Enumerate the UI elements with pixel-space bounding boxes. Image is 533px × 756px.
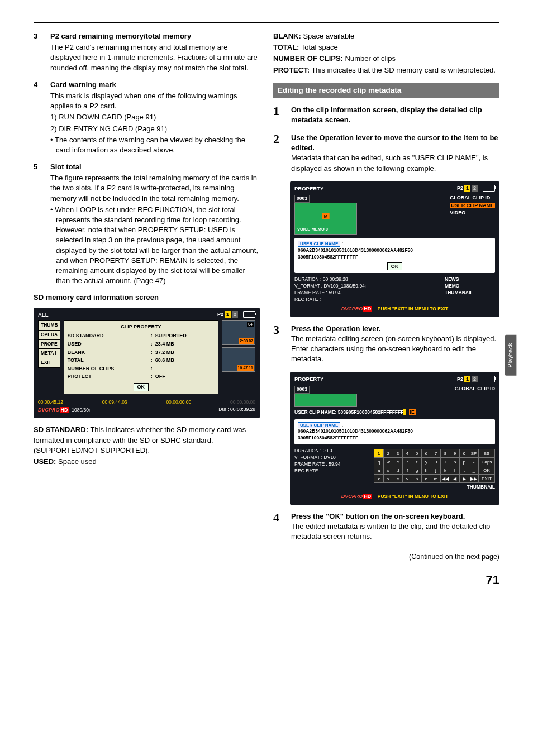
kb-key: _ [469, 466, 479, 475]
kb-key: t [412, 458, 422, 466]
shot3-ucline: USER CLIP NAME: 503905F100804582FFFFFFFF… [294, 409, 495, 416]
shot3-title: PROPERTY [294, 375, 323, 382]
section-editing-metadata: Editing the recorded clip metadata [273, 83, 499, 98]
def-used-val: Space used [58, 457, 97, 466]
shot2-kv-left: DURATION : 00:00:39.28 V_FORMAT : DV100_… [294, 276, 445, 303]
def-used-key: USED: [34, 457, 56, 466]
item-4-sub1: 1) RUN DOWN CARD (Page 91) [50, 112, 260, 122]
continued-note: (Continued on the next page) [273, 552, 499, 562]
shot2-p2-badge: P2 12 [457, 185, 495, 192]
item-4-title: Card warning mark [50, 80, 116, 89]
kb-key: k [441, 466, 450, 475]
kb-key: ◀◀ [441, 475, 450, 483]
item-4-body: This mark is displayed when one of the f… [50, 91, 260, 111]
shot3-clipnum: 0003 [294, 386, 310, 394]
kb-key: SP [469, 449, 479, 458]
kb-key: 6 [422, 449, 431, 458]
shot2-clipnum: 0003 [294, 195, 310, 203]
step-2: 2 Use the Operation lever to move the cu… [273, 133, 499, 174]
kb-key: w [384, 458, 393, 466]
shot2-thumbnail: M VOICE MEMO 0 [294, 203, 357, 235]
shot1-all: ALL [38, 311, 48, 318]
kb-key: o [450, 458, 460, 466]
step-4: 4 Press the "OK" button on the on-screen… [273, 511, 499, 542]
tab-meta: META I [38, 348, 60, 358]
kb-key: j [431, 466, 441, 475]
kb-key: r [403, 458, 412, 466]
kb-key: u [431, 458, 441, 466]
kb-key: EXIT [479, 475, 495, 483]
kb-key: n [422, 475, 431, 483]
tab-exit: EXIT [38, 358, 60, 368]
side-tab-playback: Playback [505, 335, 516, 376]
shot1-p2-badge: P2 12 [217, 311, 255, 318]
shot3-userclip-box: USER CLIP NAME : 060A2B340101010501010D4… [294, 419, 495, 445]
metadata-detail-screenshot: PROPERTY P2 12 0003 M VOICE MEMO 0 GLOBA [290, 181, 499, 317]
shot3-foot-msg: PUSH "EXIT" IN MENU TO EXIT [378, 494, 448, 499]
item-3-body: The P2 card's remaining memory and total… [50, 42, 260, 73]
battery-icon [483, 185, 495, 192]
shot3-meta-right: GLOBAL CLIP ID [455, 385, 495, 407]
shot1-left-tabs: THUMB OPERA PROPE META I EXIT [38, 320, 60, 394]
sd-info-heading: SD memory card information screen [34, 293, 260, 303]
item-5: 5 Slot total The figure represents the t… [34, 162, 260, 287]
shot2-ok-button: OK [387, 262, 403, 271]
kb-key: g [412, 466, 422, 475]
item-5-body: The figure represents the total remainin… [50, 173, 260, 204]
shot2-meta-right: GLOBAL CLIP ID USER CLIP NAME VIDEO [450, 194, 495, 235]
item-5-bullet: When LOOP is set under REC FUNCTION, the… [50, 205, 260, 286]
shot3-p2-badge: P2 12 [457, 376, 495, 383]
tab-prope: PROPE [38, 339, 60, 350]
shot1-footer: DVCPROHD 1080/60i Dur : 00:00:39.28 [38, 406, 255, 414]
battery-icon [483, 376, 495, 382]
shot1-timecode-bar: 00:00:45:12 00:09:44.03 00:00:00.00 00:0… [38, 398, 255, 406]
kb-key: x [384, 475, 393, 483]
right-definitions: BLANK: Space available TOTAL: Total spac… [273, 31, 499, 75]
two-column-layout: 3 P2 card remaining memory/total memory … [34, 31, 499, 562]
kb-key: q [374, 458, 384, 466]
shot3-kv-left: DURATION : 00:0 V_FORMAT : DV10 FRAME RA… [294, 448, 374, 491]
kb-key: 4 [403, 449, 412, 458]
kb-key: - [469, 458, 479, 466]
step-1: 1 On the clip information screen, displa… [273, 105, 499, 125]
kb-key: ▶ [460, 475, 469, 483]
left-definitions: SD STANDARD: This indicates whether the … [34, 425, 260, 467]
def-sd-standard-key: SD STANDARD: [34, 425, 88, 434]
left-column: 3 P2 card remaining memory/total memory … [34, 31, 260, 562]
kb-key: h [422, 466, 431, 475]
item-3-title: P2 card remaining memory/total memory [50, 32, 191, 40]
kb-key: l [450, 466, 460, 475]
shot1-ok-button: OK [134, 383, 149, 391]
shot1-thumbnails: 042:08.07 16:47.11 [222, 320, 255, 394]
metadata-keyboard-screenshot: PROPERTY P2 12 0003 GLOBAL CLIP ID USER … [290, 372, 499, 505]
kb-key: ◀ [450, 475, 460, 483]
kb-key: i [441, 458, 450, 466]
kb-key: OK [479, 466, 495, 475]
item-4-sub2: 2) DIR ENTRY NG CARD (Page 91) [50, 124, 260, 134]
page-number: 71 [34, 572, 499, 589]
shot1-panel-title: CLIP PROPERTY [68, 323, 215, 331]
item-4-bullet: The contents of the warning can be viewe… [50, 135, 260, 155]
kb-key: m [431, 475, 441, 483]
step-3: 3 Press the Operation lever. The metadat… [273, 324, 499, 365]
item-5-number: 5 [34, 162, 44, 287]
shot2-kv-right: NEWS MEMO THUMBNAIL [445, 276, 495, 303]
item-4: 4 Card warning mark This mark is display… [34, 80, 260, 156]
shot3-onscreen-keyboard: 1234567890SPBSqwertyuiop-Capsasdfghjkl._… [374, 448, 495, 491]
sd-info-screenshot: ALL P2 12 THUMB OPERA PROPE META I EXIT … [34, 308, 260, 419]
kb-key: 0 [460, 449, 469, 458]
shot1-clip-property-panel: CLIP PROPERTY SD STANDARD: SUPPORTED USE… [64, 320, 218, 394]
shot1-table: SD STANDARD: SUPPORTED USED: 23.4 MB BLA… [68, 332, 215, 381]
kb-key: p [460, 458, 469, 466]
item-3-number: 3 [34, 31, 44, 74]
kb-key: y [422, 458, 431, 466]
shot2-title: PROPERTY [294, 185, 323, 192]
item-5-title: Slot total [50, 162, 82, 171]
kb-key: ▶▶ [469, 475, 479, 483]
kb-key: e [393, 458, 403, 466]
tab-thumb: THUMB [38, 320, 60, 331]
kb-key: s [384, 466, 393, 475]
kb-key: 1 [374, 449, 384, 458]
kb-key: 8 [441, 449, 450, 458]
right-column: BLANK: Space available TOTAL: Total spac… [273, 31, 499, 562]
